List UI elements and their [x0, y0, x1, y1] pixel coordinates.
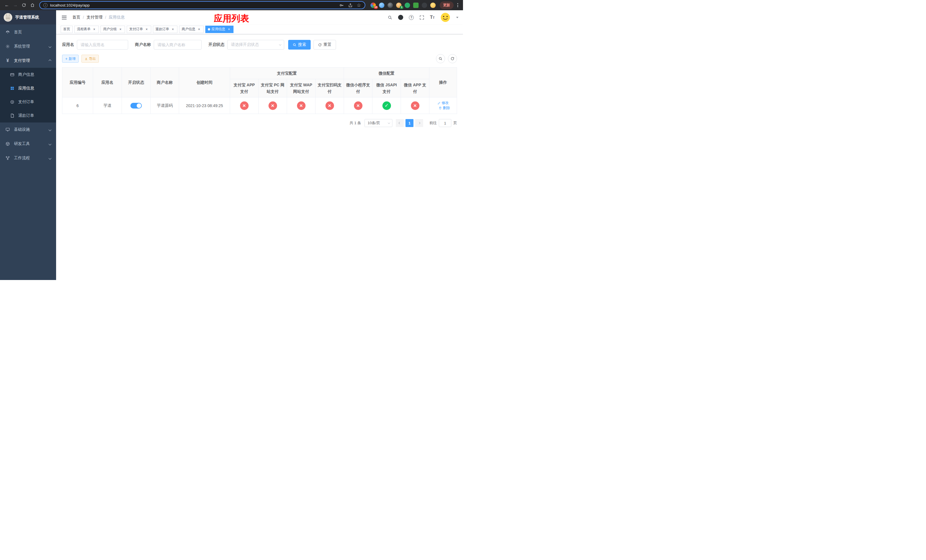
breadcrumb-separator	[83, 15, 84, 20]
edit-button[interactable]: 修改	[437, 101, 449, 105]
tab-pay-order[interactable]: 支付订单	[127, 26, 151, 33]
sidebar-item-pay-order[interactable]: 支付订单	[0, 95, 56, 109]
reset-button[interactable]: 重置	[313, 40, 336, 50]
navbar-actions: ? TT	[387, 12, 458, 23]
extension-green-book-icon[interactable]	[413, 3, 419, 8]
search-icon[interactable]	[387, 15, 392, 20]
export-button[interactable]: 导出	[82, 55, 99, 63]
page-content: 应用名 商户名称 开启状态 请选择开启状态 搜索 重置	[56, 34, 463, 280]
chrome-update-button[interactable]: 更新	[440, 2, 454, 9]
close-icon[interactable]	[92, 27, 96, 31]
col-header-alipay-app: 支付宝 APP 支付	[230, 79, 259, 97]
merchant-name-input[interactable]	[154, 40, 201, 50]
status-toggle[interactable]	[130, 103, 142, 109]
close-icon[interactable]	[227, 27, 231, 31]
sidebar-item-payment[interactable]: ¥ 支付管理	[0, 53, 56, 68]
github-icon[interactable]	[398, 15, 403, 20]
add-button[interactable]: 新增	[62, 55, 79, 63]
prev-page-button[interactable]	[396, 119, 404, 127]
alipay-qr-status-icon	[325, 101, 334, 110]
sidebar-item-app-info[interactable]: 应用信息	[0, 82, 56, 95]
gear-icon	[5, 44, 10, 49]
wx-mini-status-icon	[354, 101, 363, 110]
grid-icon	[10, 86, 15, 91]
yen-icon: ¥	[5, 58, 10, 63]
refresh-table-button[interactable]	[448, 54, 457, 63]
refresh-button[interactable]	[20, 1, 28, 9]
forward-button[interactable]: →	[11, 1, 20, 9]
group-header-wechat: 微信配置	[344, 68, 430, 79]
sidebar-item-infrastructure[interactable]: 基础设施	[0, 123, 56, 137]
tab-app-info[interactable]: 应用信息	[205, 26, 233, 33]
address-bar[interactable]: i localhost:1024/pay/app ☆	[39, 1, 365, 9]
bank-card-icon	[10, 73, 15, 77]
tab-process-form[interactable]: 流程表单	[74, 26, 99, 33]
home-icon	[30, 3, 35, 8]
avatar[interactable]	[440, 12, 451, 23]
extension-dark-sphere-icon[interactable]	[387, 3, 393, 8]
page-size-select[interactable]: 10条/页	[365, 119, 392, 127]
payment-submenu: 商户信息 应用信息 支付订单	[0, 68, 56, 123]
page-title: 应用列表	[214, 12, 249, 24]
sidebar-item-merchant-info[interactable]: 商户信息	[0, 68, 56, 82]
show-search-toggle-button[interactable]	[436, 54, 445, 63]
password-key-icon[interactable]	[339, 3, 344, 8]
sidebar-item-workflow[interactable]: 工作流程	[0, 151, 56, 165]
alipay-app-status-icon	[240, 101, 248, 110]
app-title: 芋道管理系统	[15, 15, 39, 20]
bookmark-star-icon[interactable]: ☆	[357, 3, 361, 8]
breadcrumb-payment[interactable]: 支付管理	[86, 15, 103, 20]
browser-menu-icon[interactable]	[455, 2, 460, 8]
tags-view: 首页 流程表单 用户分组 支付订单 退款订单 商户信息 应用信息	[56, 24, 463, 34]
goto-page-input[interactable]	[439, 119, 451, 127]
fullscreen-icon[interactable]	[419, 15, 424, 20]
table-row: 6 芋道 芋道源码 2021-10-23 08:49:25	[62, 97, 457, 114]
app-name-input[interactable]	[77, 40, 128, 50]
extension-avatar-icon[interactable]: 1	[396, 3, 401, 8]
active-tab-dot	[208, 28, 210, 30]
extension-blue-icon[interactable]	[379, 3, 384, 8]
breadcrumb-current: 应用信息	[109, 15, 125, 20]
sidebar-item-home[interactable]: 首页	[0, 25, 56, 39]
sidebar-item-system[interactable]: 系统管理	[0, 39, 56, 53]
close-icon[interactable]	[145, 27, 149, 31]
extension-dark-pin-icon[interactable]	[422, 3, 427, 8]
extension-emoji-icon[interactable]	[430, 3, 436, 8]
sidebar-item-devtools[interactable]: 研发工具	[0, 137, 56, 151]
edit-pencil-icon	[437, 101, 441, 105]
sidebar-item-label: 退款订单	[18, 113, 34, 118]
font-size-icon[interactable]: TT	[430, 15, 434, 20]
goto-unit: 页	[453, 121, 457, 126]
site-info-icon[interactable]: i	[43, 3, 48, 8]
next-page-button[interactable]	[415, 119, 423, 127]
extension-colorful-icon[interactable]: 10	[371, 3, 376, 8]
breadcrumb-home[interactable]: 首页	[72, 15, 80, 20]
help-icon[interactable]: ?	[409, 15, 414, 20]
tab-home[interactable]: 首页	[61, 26, 73, 33]
close-icon[interactable]	[118, 27, 123, 31]
tab-refund-order[interactable]: 退款订单	[153, 26, 177, 33]
pagination-total: 共 1 条	[350, 121, 361, 126]
close-icon[interactable]	[171, 27, 175, 31]
sidebar-item-label: 系统管理	[14, 44, 30, 49]
app-logo[interactable]: 芋道管理系统	[0, 10, 56, 24]
download-icon	[85, 57, 88, 61]
back-button[interactable]: ←	[3, 1, 11, 9]
tab-merchant-info[interactable]: 商户信息	[179, 26, 204, 33]
home-button[interactable]	[29, 1, 36, 9]
search-button[interactable]: 搜索	[288, 40, 311, 50]
extension-badge: 10	[374, 6, 378, 9]
sidebar-item-refund-order[interactable]: 退款订单	[0, 109, 56, 123]
workflow-icon	[5, 156, 10, 160]
sidebar-toggle-icon[interactable]	[61, 15, 68, 21]
breadcrumb-separator	[105, 15, 106, 20]
status-select[interactable]: 请选择开启状态	[227, 40, 284, 50]
share-icon[interactable]	[348, 3, 353, 8]
extension-green-circle-icon[interactable]	[405, 3, 410, 8]
caret-down-icon[interactable]	[456, 17, 458, 18]
delete-button[interactable]: 删除	[439, 106, 450, 110]
tab-user-group[interactable]: 用户分组	[100, 26, 125, 33]
sidebar: 芋道管理系统 首页 系统管理 ¥ 支付管理	[0, 10, 56, 280]
page-number-button[interactable]: 1	[406, 119, 413, 127]
close-icon[interactable]	[197, 27, 201, 31]
